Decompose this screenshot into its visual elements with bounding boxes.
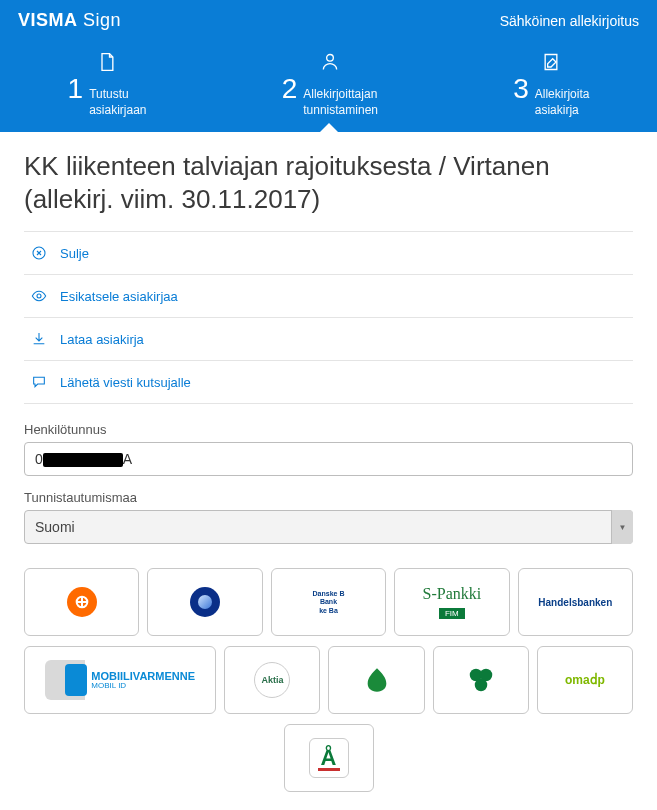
provider-saastopankki[interactable] [328,646,424,714]
alandsbanken-icon: Å [309,738,349,778]
step-2[interactable]: 2 Allekirjoittajan tunnistaminen [282,51,378,118]
handelsbanken-label: Handelsbanken [538,597,612,608]
brand: VISMA Sign [18,10,121,31]
step-1[interactable]: 1 Tutustu asiakirjaan [68,51,147,118]
brand-name: VISMA [18,10,78,30]
provider-nordea[interactable] [147,568,262,636]
danske-l3: ke Ba [313,607,345,615]
provider-spankki[interactable]: S-Pankki FIM [394,568,509,636]
ssn-prefix: 0 [35,451,43,467]
ssn-suffix: A [123,451,132,467]
clover-icon [466,665,496,695]
provider-pop[interactable] [433,646,529,714]
eye-icon [30,287,48,305]
message-label: Lähetä viesti kutsujalle [60,375,191,390]
active-step-pointer-icon [319,123,339,133]
provider-row-3: Å [24,724,633,792]
header: VISMA Sign Sähköinen allekirjoitus 1 Tut… [0,0,657,132]
chevron-down-icon[interactable]: ▼ [611,510,633,544]
sign-icon [541,51,561,73]
step-1-num: 1 [68,75,84,103]
mobiili-sub: MOBIL ID [91,682,195,691]
actions-list: Sulje Esikatsele asiakirjaa Lataa asiaki… [24,231,633,404]
danske-l1: Danske B [313,590,345,598]
provider-alandsbanken[interactable]: Å [284,724,374,792]
document-icon [97,51,117,73]
op-icon [67,587,97,617]
spankki-label: S-Pankki [423,585,482,603]
country-select[interactable]: Suomi [24,510,633,544]
step-2-line1: Allekirjoittajan [303,87,378,103]
step-2-num: 2 [282,75,298,103]
danske-l2: Bank [313,598,345,606]
step-2-line2: tunnistaminen [303,103,378,119]
aktia-label: Aktia [254,662,290,698]
content: KK liikenteen talviajan rajoituksesta / … [0,132,657,810]
provider-mobiilivarmenne[interactable]: MOBIILIVARMENNE MOBIL ID [24,646,216,714]
step-3-line1: Allekirjoita [535,87,590,103]
country-label: Tunnistautumismaa [24,490,633,505]
provider-row-1: Danske B Bank ke Ba S-Pankki FIM Handels… [24,568,633,636]
chat-icon [30,373,48,391]
step-3[interactable]: 3 Allekirjoita asiakirja [513,51,589,118]
download-button[interactable]: Lataa asiakirja [24,318,633,361]
spankki-tag: FIM [439,608,465,619]
provider-danske[interactable]: Danske B Bank ke Ba [271,568,386,636]
svg-point-2 [37,294,41,298]
provider-op[interactable] [24,568,139,636]
download-label: Lataa asiakirja [60,332,144,347]
message-button[interactable]: Lähetä viesti kutsujalle [24,361,633,404]
step-1-line1: Tutustu [89,87,146,103]
topbar: VISMA Sign Sähköinen allekirjoitus [0,0,657,35]
close-button[interactable]: Sulje [24,232,633,275]
close-label: Sulje [60,246,89,261]
preview-button[interactable]: Esikatsele asiakirjaa [24,275,633,318]
nordea-icon [190,587,220,617]
provider-aktia[interactable]: Aktia [224,646,320,714]
ssn-redacted [43,453,123,467]
steps: 1 Tutustu asiakirjaan 2 Allekirjoittajan… [0,35,657,132]
country-select-wrap: Suomi ▼ [24,510,633,544]
person-icon [320,51,340,73]
leaf-icon [363,666,391,694]
ssn-input[interactable]: 0A [24,442,633,476]
step-1-line2: asiakirjaan [89,103,146,119]
provider-omad[interactable]: omaḋp [537,646,633,714]
page-title: KK liikenteen talviajan rajoituksesta / … [24,150,633,215]
omad-label: omaḋp [565,673,605,687]
step-3-num: 3 [513,75,529,103]
svg-point-0 [326,55,333,62]
svg-point-6 [474,679,487,692]
preview-label: Esikatsele asiakirjaa [60,289,178,304]
step-3-line2: asiakirja [535,103,590,119]
provider-handelsbanken[interactable]: Handelsbanken [518,568,633,636]
download-icon [30,330,48,348]
close-icon [30,244,48,262]
brand-sub: Sign [83,10,121,30]
provider-row-2: MOBIILIVARMENNE MOBIL ID Aktia omaḋp [24,646,633,714]
mobiili-icon [45,660,85,700]
ssn-label: Henkilötunnus [24,422,633,437]
tagline: Sähköinen allekirjoitus [500,13,639,29]
